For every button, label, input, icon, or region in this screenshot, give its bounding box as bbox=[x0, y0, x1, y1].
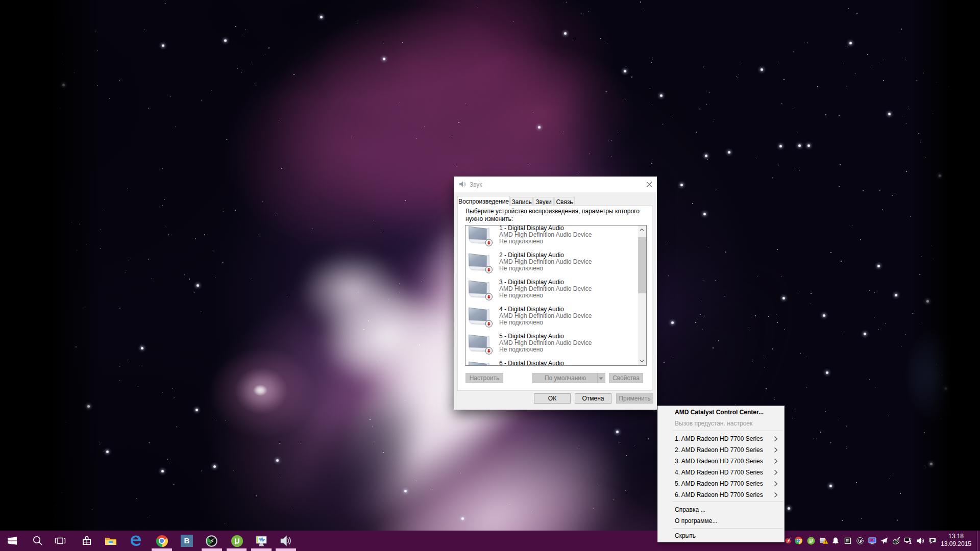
svg-text:60: 60 bbox=[870, 539, 873, 542]
